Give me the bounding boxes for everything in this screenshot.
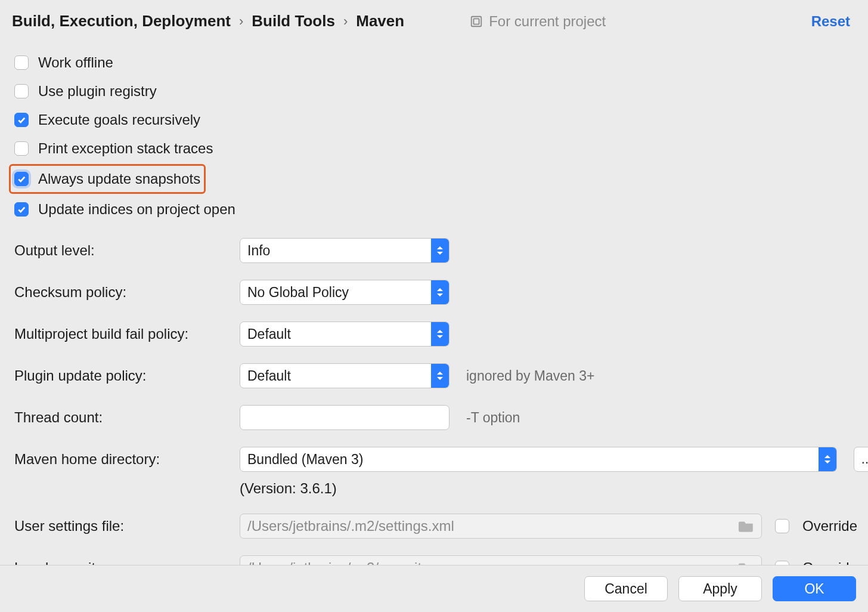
label-maven-home: Maven home directory: bbox=[14, 451, 240, 468]
checkbox[interactable] bbox=[14, 55, 29, 70]
folder-open-icon[interactable] bbox=[739, 520, 754, 533]
select-value: Info bbox=[240, 243, 431, 259]
override-label: Override bbox=[802, 518, 857, 534]
checkbox[interactable] bbox=[14, 172, 29, 186]
check-icon bbox=[17, 174, 26, 184]
checkbox[interactable] bbox=[14, 84, 29, 98]
chevron-right-icon: › bbox=[239, 14, 243, 29]
select-maven-home[interactable]: Bundled (Maven 3) bbox=[240, 447, 837, 472]
checkbox-label: Work offline bbox=[38, 54, 113, 71]
option-execute-recursively[interactable]: Execute goals recursively bbox=[14, 106, 856, 134]
breadcrumb-item-tools[interactable]: Build Tools bbox=[252, 12, 335, 30]
option-plugin-registry[interactable]: Use plugin registry bbox=[14, 77, 856, 106]
hint-thread-count: -T option bbox=[466, 410, 520, 426]
label-user-settings: User settings file: bbox=[14, 518, 240, 534]
checkbox-override-user-settings[interactable] bbox=[775, 519, 789, 533]
ok-button[interactable]: OK bbox=[773, 576, 856, 601]
label-plugin-update: Plugin update policy: bbox=[14, 367, 240, 384]
svg-marker-10 bbox=[824, 455, 830, 458]
checkbox[interactable] bbox=[14, 141, 29, 156]
option-always-update-snapshots-highlighted[interactable]: Always update snapshots bbox=[9, 164, 206, 194]
scope-label: For current project bbox=[489, 13, 606, 30]
svg-marker-8 bbox=[437, 372, 443, 375]
apply-button[interactable]: Apply bbox=[678, 576, 762, 601]
label-output-level: Output level: bbox=[14, 242, 240, 259]
reset-link[interactable]: Reset bbox=[811, 13, 850, 30]
select-checksum[interactable]: No Global Policy bbox=[240, 280, 450, 305]
svg-marker-11 bbox=[824, 460, 830, 463]
dialog-footer: Cancel Apply OK bbox=[0, 565, 868, 612]
select-output-level[interactable]: Info bbox=[240, 238, 450, 263]
label-thread-count: Thread count: bbox=[14, 409, 240, 426]
field-user-settings: /Users/jetbrains/.m2/settings.xml bbox=[240, 514, 762, 539]
settings-header: Build, Execution, Deployment › Build Too… bbox=[0, 0, 868, 42]
svg-marker-6 bbox=[437, 330, 443, 333]
breadcrumb-item-maven[interactable]: Maven bbox=[356, 12, 404, 30]
breadcrumb-item-build[interactable]: Build, Execution, Deployment bbox=[12, 12, 231, 30]
hint-plugin-update: ignored by Maven 3+ bbox=[466, 368, 594, 384]
path-value: /Users/jetbrains/.m2/settings.xml bbox=[247, 518, 454, 534]
svg-marker-3 bbox=[437, 252, 443, 255]
option-stack-traces[interactable]: Print exception stack traces bbox=[14, 134, 856, 163]
project-scope-icon bbox=[470, 15, 483, 28]
option-work-offline[interactable]: Work offline bbox=[14, 48, 856, 77]
settings-content: Work offline Use plugin registry Execute… bbox=[0, 42, 868, 580]
svg-marker-4 bbox=[437, 288, 443, 291]
checkbox-label: Use plugin registry bbox=[38, 83, 157, 100]
maven-version-note: (Version: 3.6.1) bbox=[240, 480, 868, 497]
svg-marker-7 bbox=[437, 335, 443, 338]
updown-icon bbox=[431, 280, 449, 304]
updown-icon bbox=[431, 364, 449, 388]
svg-marker-9 bbox=[437, 377, 443, 380]
updown-icon bbox=[431, 239, 449, 262]
breadcrumb: Build, Execution, Deployment › Build Too… bbox=[12, 12, 404, 30]
select-value: Default bbox=[240, 326, 431, 342]
checkbox-label: Always update snapshots bbox=[38, 171, 200, 187]
select-value: Default bbox=[240, 368, 431, 384]
checkbox-label: Update indices on project open bbox=[38, 201, 235, 218]
svg-rect-1 bbox=[474, 18, 479, 24]
updown-icon bbox=[819, 447, 836, 471]
chevron-right-icon: › bbox=[343, 14, 348, 29]
select-fail-policy[interactable]: Default bbox=[240, 322, 450, 347]
input-thread-count[interactable] bbox=[240, 405, 450, 430]
svg-marker-2 bbox=[437, 246, 443, 249]
scope-indicator: For current project bbox=[470, 13, 606, 30]
check-icon bbox=[17, 205, 26, 214]
svg-rect-0 bbox=[472, 16, 482, 26]
check-icon bbox=[17, 115, 26, 125]
select-value: No Global Policy bbox=[240, 285, 431, 301]
updown-icon bbox=[431, 322, 449, 346]
cancel-button[interactable]: Cancel bbox=[584, 576, 668, 601]
checkbox[interactable] bbox=[14, 202, 29, 217]
select-plugin-update[interactable]: Default bbox=[240, 363, 450, 388]
option-update-indices[interactable]: Update indices on project open bbox=[14, 195, 856, 224]
checkbox-label: Print exception stack traces bbox=[38, 140, 213, 157]
checkbox[interactable] bbox=[14, 113, 29, 127]
checkbox-label: Execute goals recursively bbox=[38, 112, 200, 128]
select-value: Bundled (Maven 3) bbox=[240, 452, 819, 468]
label-fail-policy: Multiproject build fail policy: bbox=[14, 326, 240, 342]
svg-marker-5 bbox=[437, 293, 443, 296]
label-checksum: Checksum policy: bbox=[14, 284, 240, 301]
browse-button[interactable]: ... bbox=[854, 447, 868, 472]
